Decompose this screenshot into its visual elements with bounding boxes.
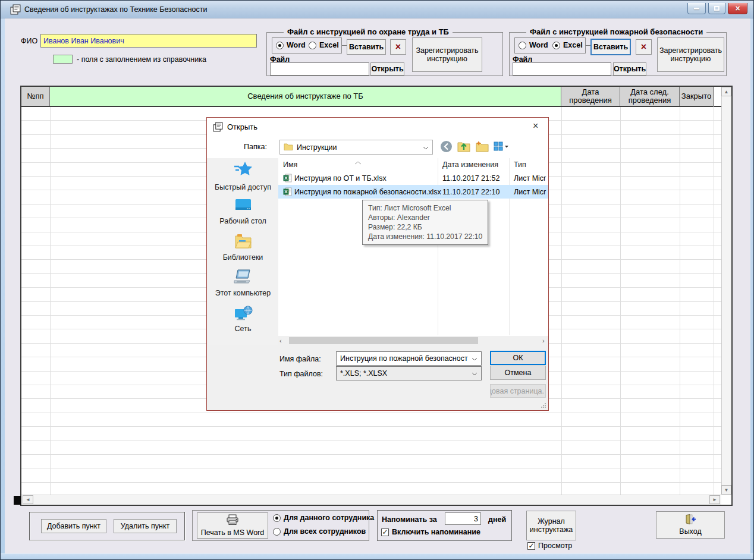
- sort-ascending-icon: [354, 158, 362, 166]
- ot-open-button[interactable]: Открыть: [370, 62, 404, 75]
- close-button[interactable]: ×: [728, 3, 747, 14]
- tooltip-authors: Авторы: Alexander: [368, 213, 482, 222]
- current-employee-radio[interactable]: Для данного сотрудника: [273, 514, 374, 522]
- ot-register-button[interactable]: Зарегистрировать инструкцию: [412, 37, 482, 72]
- preview-checkbox[interactable]: ✓Просмотр: [527, 542, 572, 550]
- quick-access-icon: [208, 161, 278, 181]
- file-row-selected[interactable]: X Инструция по пожарной безопасности.xls…: [278, 185, 548, 199]
- scroll-right-icon[interactable]: ›: [542, 337, 545, 344]
- checkbox-check-icon: ✓: [381, 528, 389, 536]
- sidebar-item-label: Библиотеки: [223, 253, 263, 262]
- dialog-title: Открыть: [227, 122, 257, 131]
- print-word-button[interactable]: Печать в MS Word: [197, 512, 268, 539]
- journal-button[interactable]: Журнал инструктажа: [526, 511, 576, 540]
- folder-combobox[interactable]: Инструкции: [279, 140, 433, 155]
- column-header-type[interactable]: Тип: [514, 161, 526, 169]
- ok-button[interactable]: ОК: [490, 351, 546, 365]
- sidebar-item-libraries[interactable]: Библиотеки: [208, 233, 278, 262]
- grid-header-closed[interactable]: Закрыто: [680, 87, 714, 106]
- fire-open-button[interactable]: Открыть: [613, 62, 646, 75]
- ot-excel-radio[interactable]: Excel: [309, 41, 339, 49]
- fire-file-input[interactable]: [513, 62, 611, 75]
- back-button[interactable]: [440, 140, 453, 155]
- all-employees-radio[interactable]: Для всех сотрудников: [273, 527, 366, 536]
- remind-days-input[interactable]: [445, 512, 481, 525]
- dialog-resize-grip[interactable]: [541, 402, 546, 408]
- minimize-button[interactable]: [687, 3, 706, 14]
- radio-icon: [273, 514, 281, 522]
- add-row-button[interactable]: Добавить пункт: [41, 519, 106, 533]
- fire-excel-radio[interactable]: Excel: [552, 41, 583, 49]
- days-label: дней: [488, 515, 506, 524]
- sidebar-item-label: Этот компьютер: [215, 289, 271, 297]
- delete-x-icon: ×: [641, 42, 646, 52]
- remove-row-button[interactable]: Удалить пункт: [114, 519, 177, 533]
- dialog-close-icon[interactable]: ×: [533, 121, 538, 131]
- fire-word-radio[interactable]: Word: [519, 41, 548, 49]
- ot-insert-button[interactable]: Вставить: [347, 39, 386, 55]
- new-folder-button[interactable]: [475, 140, 489, 154]
- grid-header-info[interactable]: Сведения об инструктаже по ТБ: [50, 87, 561, 106]
- radio-icon: [309, 42, 316, 49]
- scroll-down-icon: ▼: [724, 487, 729, 493]
- grid-header-npp[interactable]: №пп: [21, 87, 50, 106]
- enable-reminder-checkbox[interactable]: ✓Включить напоминание: [381, 528, 480, 536]
- titlebar: Сведения об инструктажах по Технике Безо…: [1, 1, 754, 18]
- grid-scroll-up-button[interactable]: ▲: [721, 87, 731, 96]
- radio-icon: [519, 42, 526, 49]
- view-menu-button[interactable]: [494, 141, 510, 153]
- fire-register-button[interactable]: Зарегистрировать инструкцию: [657, 37, 724, 72]
- file-row[interactable]: X Инструция по ОТ и ТБ.xlsx 11.10.2017 2…: [278, 171, 548, 185]
- grid-header-date[interactable]: Дата проведения: [561, 87, 620, 106]
- ot-group-title: Файл с инструкцией по охране труда и ТБ: [284, 27, 453, 36]
- column-header-date[interactable]: Дата изменения: [442, 161, 498, 169]
- tooltip-type: Тип: Лист Microsoft Excel: [368, 203, 482, 213]
- preview-label: Просмотр: [538, 542, 572, 550]
- fire-delete-button[interactable]: ×: [636, 39, 652, 55]
- sidebar-item-this-pc[interactable]: Этот компьютер: [208, 269, 278, 297]
- scroll-left-icon[interactable]: ‹: [279, 337, 282, 344]
- sidebar-item-quick-access[interactable]: Быстрый доступ: [208, 161, 278, 191]
- grid-hscrollbar[interactable]: [21, 495, 721, 505]
- grid-column-line: [680, 107, 680, 495]
- exit-label: Выход: [679, 527, 701, 536]
- fire-insert-button[interactable]: Вставить: [590, 39, 631, 55]
- app-icon: [10, 4, 21, 17]
- fio-input[interactable]: [40, 34, 257, 48]
- ot-word-radio[interactable]: Word: [276, 41, 306, 49]
- maximize-button[interactable]: [708, 3, 725, 14]
- excel-file-icon: X: [283, 174, 292, 184]
- file-type: Лист Micr: [514, 188, 546, 196]
- up-one-level-button[interactable]: [457, 140, 470, 154]
- delete-x-icon: ×: [395, 42, 401, 52]
- filename-combobox[interactable]: Инструция по пожарной безопасности.xlsx: [336, 351, 482, 366]
- dialog-titlebar: Открыть ×: [207, 118, 548, 137]
- ot-file-input[interactable]: [270, 62, 369, 75]
- dialog-sidebar: Быстрый доступ Рабочий стол Библиотеки Э…: [208, 158, 278, 345]
- list-hscroll-thumb[interactable]: [289, 337, 478, 344]
- fire-word-label: Word: [529, 41, 548, 49]
- folder-label: Папка:: [244, 143, 267, 151]
- sidebar-item-desktop[interactable]: Рабочий стол: [208, 197, 278, 225]
- grid-column-line: [620, 107, 621, 495]
- grid-scroll-left-button[interactable]: ◄: [23, 495, 33, 504]
- grid-scroll-right-button[interactable]: ►: [709, 495, 720, 504]
- fire-excel-label: Excel: [563, 41, 583, 49]
- sidebar-item-label: Сеть: [235, 325, 252, 333]
- filetype-combobox[interactable]: *.XLS; *.XLSX: [336, 366, 482, 380]
- file-name: Инструция по пожарной безопасности.xlsx: [294, 188, 441, 196]
- ot-word-label: Word: [287, 41, 306, 49]
- grid-vscrollbar[interactable]: [721, 87, 731, 495]
- filename-label: Имя файла:: [279, 355, 321, 363]
- filetype-value: *.XLS; *.XLSX: [340, 369, 468, 377]
- desktop-icon: [208, 197, 278, 215]
- fio-label: ФИО: [21, 37, 37, 45]
- sidebar-item-network[interactable]: Сеть: [208, 304, 278, 333]
- tooltip-modified: Дата изменения: 11.10.2017 22:10: [368, 232, 482, 241]
- ot-delete-button[interactable]: ×: [390, 39, 406, 55]
- grid-scroll-down-button[interactable]: ▼: [721, 485, 731, 495]
- grid-header-next-date[interactable]: Дата след. проведения: [620, 87, 680, 106]
- exit-button[interactable]: Выход: [656, 511, 725, 539]
- column-header-name[interactable]: Имя: [283, 161, 297, 169]
- cancel-button[interactable]: Отмена: [490, 366, 546, 380]
